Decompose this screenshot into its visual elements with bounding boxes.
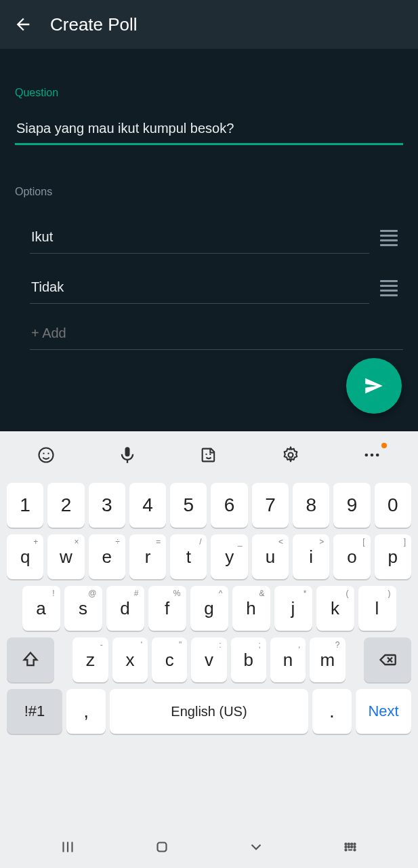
backspace-key[interactable] bbox=[364, 637, 411, 682]
svg-point-6 bbox=[364, 454, 368, 457]
shift-key[interactable] bbox=[7, 637, 54, 682]
svg-point-13 bbox=[354, 844, 356, 845]
key-4[interactable]: 4 bbox=[129, 483, 166, 528]
key-i[interactable]: i> bbox=[293, 534, 329, 579]
poll-form: Question Options bbox=[0, 49, 418, 431]
key-j[interactable]: j* bbox=[274, 586, 312, 631]
arrow-left-icon bbox=[14, 15, 33, 34]
svg-point-18 bbox=[346, 849, 347, 850]
svg-point-10 bbox=[346, 844, 347, 845]
gear-icon[interactable] bbox=[277, 441, 304, 469]
key-n[interactable]: n, bbox=[270, 637, 306, 682]
svg-point-15 bbox=[348, 846, 350, 848]
key-r[interactable]: r= bbox=[129, 534, 166, 579]
key-5[interactable]: 5 bbox=[170, 483, 207, 528]
key-x[interactable]: x' bbox=[112, 637, 148, 682]
comma-key[interactable]: , bbox=[66, 689, 106, 734]
key-q[interactable]: q+ bbox=[7, 534, 43, 579]
key-v[interactable]: v: bbox=[191, 637, 226, 682]
system-navbar bbox=[0, 826, 418, 868]
drag-handle-icon[interactable] bbox=[380, 277, 403, 300]
key-e[interactable]: e÷ bbox=[89, 534, 125, 579]
question-label: Question bbox=[15, 87, 403, 99]
mic-icon[interactable] bbox=[114, 441, 141, 469]
svg-point-7 bbox=[371, 454, 374, 457]
svg-point-5 bbox=[288, 453, 293, 458]
svg-point-2 bbox=[47, 453, 49, 454]
space-key[interactable]: English (US) bbox=[110, 689, 308, 734]
home-icon bbox=[153, 838, 171, 856]
svg-point-3 bbox=[206, 454, 207, 455]
home-button[interactable] bbox=[148, 833, 175, 861]
next-key[interactable]: Next bbox=[356, 689, 411, 734]
key-p[interactable]: p] bbox=[375, 534, 411, 579]
send-icon bbox=[362, 374, 385, 397]
back-nav-button[interactable] bbox=[243, 833, 270, 861]
notification-dot-icon bbox=[381, 443, 387, 448]
keyboard-keys: 1234567890 q+w×e÷r=t/y_u<i>o[p] a!s@d#f%… bbox=[0, 479, 418, 826]
key-8[interactable]: 8 bbox=[293, 483, 329, 528]
key-k[interactable]: k( bbox=[316, 586, 354, 631]
backspace-icon bbox=[378, 650, 397, 669]
more-icon[interactable] bbox=[358, 441, 385, 469]
svg-point-12 bbox=[351, 844, 352, 845]
drag-handle-icon[interactable] bbox=[380, 226, 403, 250]
key-2[interactable]: 2 bbox=[47, 483, 84, 528]
add-option-row bbox=[15, 313, 403, 350]
chevron-down-icon bbox=[247, 838, 265, 856]
key-b[interactable]: b; bbox=[231, 637, 266, 682]
key-0[interactable]: 0 bbox=[375, 483, 411, 528]
svg-point-19 bbox=[354, 849, 356, 850]
svg-point-1 bbox=[43, 453, 44, 454]
symbols-key[interactable]: !#1 bbox=[7, 689, 62, 734]
key-m[interactable]: m? bbox=[310, 637, 345, 682]
key-3[interactable]: 3 bbox=[89, 483, 125, 528]
key-l[interactable]: l) bbox=[358, 586, 396, 631]
keyboard-toolbar bbox=[0, 431, 418, 479]
key-a[interactable]: a! bbox=[22, 586, 60, 631]
keyboard-switch-button[interactable] bbox=[337, 833, 364, 861]
emoji-icon[interactable] bbox=[33, 441, 60, 469]
add-option-input[interactable] bbox=[30, 313, 403, 350]
svg-rect-9 bbox=[157, 843, 166, 852]
question-input[interactable] bbox=[15, 111, 403, 145]
key-g[interactable]: g^ bbox=[190, 586, 228, 631]
key-y[interactable]: y_ bbox=[211, 534, 247, 579]
svg-rect-20 bbox=[348, 849, 353, 850]
svg-point-14 bbox=[346, 846, 347, 848]
recents-icon bbox=[59, 838, 77, 856]
back-button[interactable] bbox=[8, 9, 38, 39]
options-list bbox=[15, 210, 403, 350]
recents-button[interactable] bbox=[54, 833, 81, 861]
key-t[interactable]: t/ bbox=[170, 534, 207, 579]
svg-point-11 bbox=[348, 844, 350, 845]
key-z[interactable]: z- bbox=[72, 637, 108, 682]
key-c[interactable]: c" bbox=[152, 637, 187, 682]
key-7[interactable]: 7 bbox=[252, 483, 289, 528]
option-input-2[interactable] bbox=[30, 267, 369, 304]
key-u[interactable]: u< bbox=[252, 534, 289, 579]
options-label: Options bbox=[15, 186, 403, 198]
sticker-icon[interactable] bbox=[195, 441, 222, 469]
shift-icon bbox=[21, 650, 40, 669]
key-w[interactable]: w× bbox=[47, 534, 84, 579]
key-9[interactable]: 9 bbox=[333, 483, 370, 528]
svg-point-8 bbox=[376, 454, 379, 457]
soft-keyboard: 1234567890 q+w×e÷r=t/y_u<i>o[p] a!s@d#f%… bbox=[0, 431, 418, 826]
option-row bbox=[15, 210, 403, 260]
key-1[interactable]: 1 bbox=[7, 483, 43, 528]
svg-point-16 bbox=[351, 846, 352, 848]
key-d[interactable]: d# bbox=[106, 586, 144, 631]
send-button[interactable] bbox=[346, 358, 402, 414]
option-input-1[interactable] bbox=[30, 217, 369, 254]
svg-point-17 bbox=[354, 846, 356, 848]
key-s[interactable]: s@ bbox=[64, 586, 102, 631]
svg-point-4 bbox=[210, 454, 211, 455]
key-h[interactable]: h& bbox=[232, 586, 270, 631]
option-row bbox=[15, 260, 403, 311]
period-key[interactable]: . bbox=[312, 689, 352, 734]
key-o[interactable]: o[ bbox=[333, 534, 370, 579]
key-6[interactable]: 6 bbox=[211, 483, 247, 528]
svg-point-0 bbox=[39, 448, 54, 462]
key-f[interactable]: f% bbox=[148, 586, 186, 631]
